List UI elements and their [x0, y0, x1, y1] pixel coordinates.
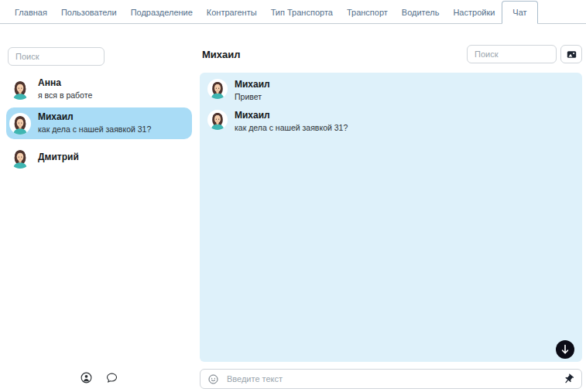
chat-page: Анна я вся в работе Михаил как дела с на…	[0, 24, 586, 392]
conversation-header-controls	[467, 45, 582, 63]
smiley-emoji-icon[interactable]	[207, 373, 219, 385]
message-sender: Михаил	[235, 80, 270, 90]
tab-glavnaya[interactable]: Главная	[8, 2, 54, 23]
message-text: Привет	[235, 92, 270, 102]
avatar	[207, 79, 228, 99]
image-icon	[566, 49, 577, 60]
tab-voditel[interactable]: Водитель	[395, 2, 447, 23]
message: Михаил как дела с нашей заявкой 31?	[207, 110, 574, 132]
avatar	[207, 110, 228, 130]
chat-list: Анна я вся в работе Михаил как дела с на…	[6, 73, 192, 173]
pushpin-icon[interactable]	[563, 373, 574, 385]
tab-polzovateli[interactable]: Пользователи	[54, 2, 124, 23]
chat-application-window: Главная Пользователи Подразделение Контр…	[0, 0, 586, 392]
chat-item-text: Анна я вся в работе	[38, 78, 92, 100]
tab-podrazdelenie[interactable]: Подразделение	[124, 2, 200, 23]
chat-item-last-message: как дела с нашей заявкой 31?	[38, 124, 151, 135]
chat-list-panel: Анна я вся в работе Михаил как дела с на…	[6, 43, 192, 389]
message-content: Михаил как дела с нашей заявкой 31?	[235, 110, 348, 132]
chat-list-search-input[interactable]	[8, 47, 105, 66]
message: Михаил Привет	[207, 79, 574, 101]
tab-kontragenty[interactable]: Контрагенты	[200, 2, 264, 23]
arrow-down-icon	[556, 340, 574, 359]
message-text: как дела с нашей заявкой 31?	[235, 123, 348, 133]
chat-list-footer	[6, 371, 192, 389]
chat-item-text: Дмитрий	[38, 152, 79, 163]
contacts-icon[interactable]	[80, 371, 93, 384]
tab-nastroyki[interactable]: Настройки	[446, 2, 502, 23]
chat-item-name: Дмитрий	[38, 152, 79, 163]
conversation-header: Михаил	[200, 43, 582, 66]
chats-icon[interactable]	[105, 371, 118, 384]
chat-item-anna[interactable]: Анна я вся в работе	[6, 73, 192, 104]
avatar	[9, 78, 31, 100]
message-text-input[interactable]	[227, 370, 555, 388]
conversation-title: Михаил	[202, 49, 241, 60]
media-button[interactable]	[560, 45, 582, 63]
chat-item-mikhail[interactable]: Михаил как дела с нашей заявкой 31?	[6, 107, 192, 138]
tab-transport[interactable]: Транспорт	[340, 2, 395, 23]
main-tab-bar: Главная Пользователи Подразделение Контр…	[0, 0, 586, 24]
chat-item-dmitriy[interactable]: Дмитрий	[6, 142, 192, 173]
scroll-to-bottom-button[interactable]	[556, 340, 574, 359]
chat-item-last-message: я вся в работе	[38, 90, 92, 101]
chat-item-name: Михаил	[38, 112, 151, 123]
tab-chat[interactable]: Чат	[502, 1, 537, 24]
message-composer	[200, 369, 582, 389]
avatar	[9, 147, 31, 169]
message-sender: Михаил	[235, 111, 348, 121]
avatar	[9, 113, 31, 135]
conversation-panel: Михаил Михаил	[200, 43, 582, 389]
tab-tip-transporta[interactable]: Тип Транспорта	[264, 2, 340, 23]
chat-item-text: Михаил как дела с нашей заявкой 31?	[38, 112, 151, 134]
messages-area: Михаил Привет Михаил как дела с нашей за…	[200, 73, 582, 362]
message-search-input[interactable]	[467, 45, 557, 63]
message-content: Михаил Привет	[235, 79, 270, 101]
chat-item-name: Анна	[38, 78, 92, 89]
